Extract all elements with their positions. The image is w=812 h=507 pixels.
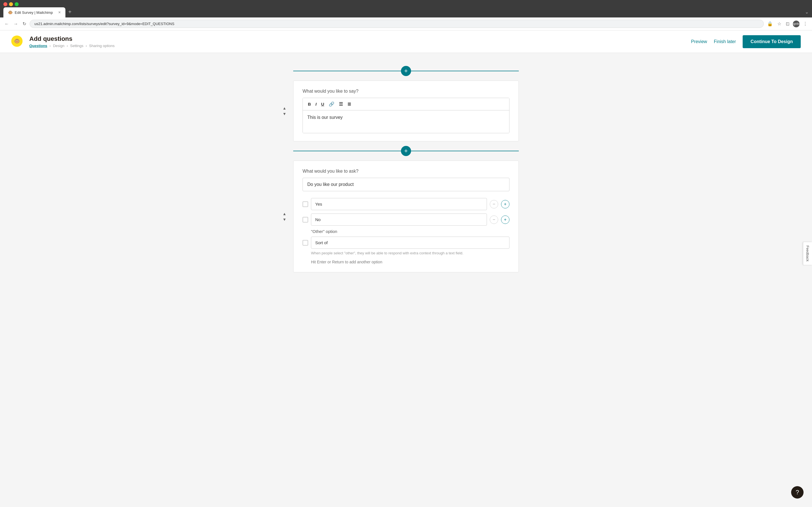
remove-option-no-button[interactable]: − (490, 216, 498, 224)
expand-tabs-icon: ⌄ (805, 9, 809, 16)
rich-text-editor[interactable]: B I U 🔗 ☰ ≣ This is our survey (303, 98, 509, 133)
block1-collapse-arrows: ▲ ▼ (282, 106, 287, 116)
window-controls (0, 0, 812, 7)
preview-link[interactable]: Preview (691, 39, 707, 44)
address-bar[interactable] (30, 20, 764, 28)
close-window-button[interactable] (3, 2, 7, 6)
feedback-tab-container: Feedback (803, 242, 812, 265)
extension-icon[interactable]: 🔒 (766, 20, 774, 27)
tab-close-icon[interactable]: ✕ (58, 10, 61, 14)
mailchimp-logo-icon: 🐵 (11, 36, 22, 47)
block2-container: ▲ ▼ What would you like to ask? − + (293, 161, 519, 272)
help-button[interactable]: ? (791, 486, 804, 499)
forward-button[interactable]: → (12, 20, 19, 27)
breadcrumb-sep-1: › (50, 44, 51, 48)
option-input-no[interactable] (311, 214, 487, 226)
add-row-middle-line-right (411, 151, 519, 151)
menu-icon[interactable]: ⋮ (802, 20, 809, 27)
other-option-checkbox[interactable] (303, 240, 308, 245)
editor-content[interactable]: This is our survey (303, 110, 509, 133)
breadcrumb-sharing[interactable]: Sharing options (89, 44, 114, 48)
browser-window: 🐵 Edit Survey | Mailchimp ✕ + ⌄ ← → ↻ 🔒 … (0, 0, 812, 31)
app-logo[interactable]: 🐵 (11, 36, 22, 48)
block2-card: What would you like to ask? − + (293, 161, 519, 272)
add-row-line-left (293, 71, 401, 71)
editor-toolbar: B I U 🔗 ☰ ≣ (303, 98, 509, 110)
add-row-line-right (411, 71, 519, 71)
app-header: 🐵 Add questions Questions › Design › Set… (0, 31, 812, 53)
breadcrumb-sep-3: › (86, 44, 87, 48)
options-section: − + − + "Other" option (303, 198, 509, 264)
question-text-input[interactable] (303, 178, 509, 191)
bold-button[interactable]: B (306, 101, 313, 108)
add-option-yes-button[interactable]: + (501, 200, 509, 209)
add-row-top: + (293, 66, 519, 76)
option-input-yes[interactable] (311, 198, 487, 210)
link-button[interactable]: 🔗 (327, 100, 336, 108)
feedback-tab[interactable]: Feedback (803, 242, 812, 265)
other-option-section: "Other" option When people select "other… (303, 229, 509, 255)
continue-to-design-button[interactable]: Continue To Design (743, 35, 801, 48)
unordered-list-button[interactable]: ☰ (337, 100, 345, 108)
breadcrumb: Questions › Design › Settings › Sharing … (29, 44, 691, 48)
incognito-avatar[interactable]: Incognito (2) (793, 20, 800, 27)
block2-collapse-down-button[interactable]: ▼ (282, 217, 287, 222)
editor-text: This is our survey (307, 115, 343, 120)
remove-option-yes-button[interactable]: − (490, 200, 498, 209)
svg-text:🐵: 🐵 (14, 38, 20, 44)
other-option-input[interactable] (311, 237, 509, 249)
tab-title: Edit Survey | Mailchimp (15, 10, 56, 15)
tab-bar: 🐵 Edit Survey | Mailchimp ✕ + ⌄ (0, 7, 812, 17)
bookmark-icon[interactable]: ☆ (776, 20, 782, 27)
option-row-no: − + (303, 214, 509, 226)
page-title: Add questions (29, 35, 691, 43)
other-option-row (303, 237, 509, 249)
add-option-hint: Hit Enter or Return to add another optio… (311, 260, 509, 264)
new-tab-button[interactable]: + (66, 9, 74, 15)
block1-question-label: What would you like to say? (303, 89, 509, 94)
option-row-yes: − + (303, 198, 509, 210)
reload-button[interactable]: ↻ (21, 20, 28, 27)
add-row-middle: + (293, 146, 519, 156)
toolbar-icons: 🔒 ☆ ⊡ Incognito (2) ⋮ (766, 20, 809, 27)
underline-button[interactable]: U (319, 101, 326, 108)
breadcrumb-sep-2: › (66, 44, 68, 48)
option-checkbox-no[interactable] (303, 217, 308, 223)
block1-collapse-up-button[interactable]: ▲ (282, 106, 287, 111)
block1-collapse-down-button[interactable]: ▼ (282, 111, 287, 116)
breadcrumb-design[interactable]: Design (53, 44, 64, 48)
minimize-window-button[interactable] (9, 2, 13, 6)
block1-container: ▲ ▼ What would you like to say? B I U 🔗 … (293, 80, 519, 142)
block2-collapse-arrows: ▲ ▼ (282, 211, 287, 222)
other-option-help-text: When people select "other", they will be… (311, 251, 509, 255)
tab-favicon-icon: 🐵 (8, 10, 12, 15)
breadcrumb-questions[interactable]: Questions (29, 44, 47, 48)
add-block-button-top[interactable]: + (401, 66, 411, 76)
other-option-label: "Other" option (311, 229, 509, 234)
breadcrumb-settings[interactable]: Settings (70, 44, 84, 48)
add-row-middle-line-left (293, 151, 401, 151)
browser-toolbar: ← → ↻ 🔒 ☆ ⊡ Incognito (2) ⋮ (0, 17, 812, 31)
browser-tab[interactable]: 🐵 Edit Survey | Mailchimp ✕ (3, 7, 65, 17)
add-option-no-button[interactable]: + (501, 216, 509, 224)
header-content: Add questions Questions › Design › Setti… (29, 35, 691, 48)
block2-collapse-up-button[interactable]: ▲ (282, 211, 287, 216)
header-actions: Preview Finish later Continue To Design (691, 35, 801, 48)
finish-later-link[interactable]: Finish later (714, 39, 736, 44)
main-content: + ▲ ▼ What would you like to say? B I U … (293, 56, 519, 280)
block1-card: What would you like to say? B I U 🔗 ☰ ≣ … (293, 80, 519, 142)
add-block-button-middle[interactable]: + (401, 146, 411, 156)
italic-button[interactable]: I (314, 101, 318, 108)
back-button[interactable]: ← (3, 20, 10, 27)
option-checkbox-yes[interactable] (303, 202, 308, 207)
maximize-window-button[interactable] (15, 2, 18, 6)
ordered-list-button[interactable]: ≣ (346, 100, 353, 108)
block2-question-label: What would you like to ask? (303, 169, 509, 174)
